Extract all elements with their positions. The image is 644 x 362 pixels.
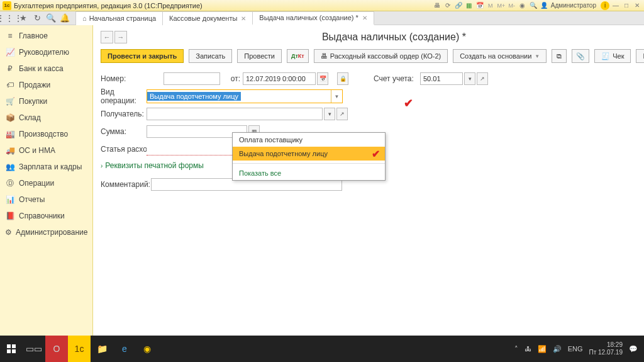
sidebar-item-reports[interactable]: 📊Отчеты <box>0 191 92 208</box>
tab-kassa-label: Кассовые документы <box>169 14 237 22</box>
check-button[interactable]: 🧾Чек <box>594 49 631 63</box>
post-close-button[interactable]: Провести и закрыть <box>101 49 184 63</box>
zoom-icon[interactable]: 🔍 <box>529 1 538 10</box>
save-button[interactable]: Записать <box>189 49 232 63</box>
receipt-icon: 🧾 <box>601 52 610 60</box>
recipient-input[interactable] <box>147 108 323 120</box>
taskbar: ▭▭ O 1c 📁 e ◉ ˄ 🖧 📶 🔊 ENG 18:29 Пт 12.07… <box>0 336 644 362</box>
tray-up-icon[interactable]: ˄ <box>514 345 518 353</box>
struct-button[interactable]: ⧉ <box>552 49 567 63</box>
sidebar-item-refs[interactable]: 📕Справочники <box>0 208 92 224</box>
sidebar-item-manager[interactable]: 📈Руководителю <box>0 44 92 60</box>
history-icon[interactable]: ↻ <box>30 13 44 24</box>
dropdown-button[interactable]: ▾ <box>324 108 335 120</box>
sidebar-item-main[interactable]: ≡Главное <box>0 28 92 44</box>
taskbar-app-opera[interactable]: O <box>45 336 68 362</box>
content-area: ← → Выдача наличных (создание) * ✕ Прове… <box>93 25 644 336</box>
book-icon: 📕 <box>5 211 15 221</box>
tab-start[interactable]: ⌂ Начальная страница <box>75 11 163 25</box>
favorite-icon[interactable]: ★ <box>16 13 30 24</box>
number-input[interactable] <box>164 72 220 85</box>
dropdown-show-all[interactable]: Показать все <box>233 166 385 180</box>
ops-icon: Ⓓ <box>5 178 15 188</box>
back-circle-icon[interactable]: ◉ <box>518 1 527 10</box>
dropdown-option[interactable]: Оплата поставщику <box>233 133 385 147</box>
dt-kt-button[interactable]: ДтКт <box>287 49 309 63</box>
tab-close-icon[interactable]: ✕ <box>241 15 246 22</box>
sidebar-item-os[interactable]: 🚚ОС и НМА <box>0 142 92 159</box>
chevron-down-icon[interactable]: ▼ <box>331 90 342 103</box>
lang-indicator[interactable]: ENG <box>568 345 583 353</box>
attach-button[interactable]: 📎 <box>572 49 589 63</box>
gear-icon: ⚙ <box>5 227 12 237</box>
rko-button[interactable]: 🖶Расходный кассовый ордер (КО-2) <box>314 49 448 63</box>
sidebar-item-ops[interactable]: ⒹОперации <box>0 175 92 191</box>
dropdown-button[interactable]: ▾ <box>464 72 475 85</box>
wifi-icon[interactable]: 📶 <box>538 345 547 353</box>
taskbar-app-1c[interactable]: 1c <box>68 336 91 362</box>
chart-icon: 📈 <box>5 47 15 57</box>
user-icon[interactable]: 👤 <box>540 1 548 10</box>
sidebar-item-bank[interactable]: ₽Банк и касса <box>0 60 92 77</box>
link-icon[interactable]: 🔗 <box>454 1 463 10</box>
sidebar-item-admin[interactable]: ⚙Администрирование <box>0 224 92 240</box>
print-icon[interactable]: 🖶 <box>433 1 441 10</box>
tab-vydacha-label: Выдача наличных (создание) * <box>259 14 358 21</box>
tab-close-icon[interactable]: ✕ <box>362 14 367 21</box>
sound-icon[interactable]: 🔊 <box>553 345 562 353</box>
calendar-button[interactable]: 📅 <box>317 72 328 85</box>
home-icon: ⌂ <box>82 14 87 22</box>
mminus-icon[interactable]: M- <box>508 1 516 10</box>
open-button[interactable]: ↗ <box>336 108 348 120</box>
dropdown-option-selected[interactable]: Выдача подотчетному лицу ✔ <box>233 147 385 161</box>
recipient-label: Получатель: <box>101 110 147 118</box>
start-button[interactable] <box>0 336 23 362</box>
date-input[interactable]: 12.07.2019 0:00:00 <box>243 72 316 85</box>
number-label: Номер: <box>101 74 164 83</box>
calendar-icon[interactable]: 📅 <box>475 1 484 10</box>
app-title: Бухгалтерия предприятия, редакция 3.0 (1… <box>14 2 203 9</box>
window-titlebar: 1c Бухгалтерия предприятия, редакция 3.0… <box>0 0 644 11</box>
taskbar-app-explorer[interactable]: 📁 <box>91 336 113 362</box>
optype-select[interactable]: Выдача подотчетному лицу ▼ <box>147 89 343 103</box>
account-input[interactable]: 50.01 <box>420 72 463 85</box>
separator <box>233 163 385 164</box>
user-label[interactable]: Администратор <box>551 2 596 9</box>
page-title: Выдача наличных (создание) * <box>103 31 644 43</box>
comment-label: Комментарий: <box>101 180 151 189</box>
m-icon[interactable]: M <box>486 1 495 10</box>
refresh-icon[interactable]: ⟳ <box>443 1 452 10</box>
apps-icon[interactable]: ⋮⋮⋮ <box>3 13 16 24</box>
maximize-icon[interactable]: □ <box>622 1 631 10</box>
notifications-icon[interactable]: 💬 <box>629 345 638 353</box>
more-button[interactable]: Еще▼ <box>636 49 644 63</box>
app-logo-icon: 1c <box>3 1 11 10</box>
sidebar-item-prod[interactable]: 🏭Производство <box>0 126 92 142</box>
taskview-button[interactable]: ▭▭ <box>23 336 45 362</box>
tab-kassa[interactable]: Кассовые документы ✕ <box>162 11 253 25</box>
svg-rect-2 <box>7 349 11 353</box>
mplus-icon[interactable]: M+ <box>497 1 506 10</box>
post-button[interactable]: Провести <box>237 49 282 63</box>
calc-icon[interactable]: ▦ <box>465 1 474 10</box>
taskbar-app-1c2[interactable]: ◉ <box>136 336 158 362</box>
network-icon[interactable]: 🖧 <box>525 345 531 353</box>
minimize-icon[interactable]: — <box>611 1 620 10</box>
tab-vydacha[interactable]: Выдача наличных (создание) * ✕ <box>252 11 374 25</box>
sidebar-item-stock[interactable]: 📦Склад <box>0 110 92 126</box>
taskbar-app-ie[interactable]: e <box>113 336 136 362</box>
clock[interactable]: 18:29 Пт 12.07.19 <box>589 341 623 356</box>
optype-dropdown: Оплата поставщику Выдача подотчетному ли… <box>232 132 386 181</box>
create-based-button[interactable]: Создать на основании▼ <box>453 49 547 63</box>
open-button[interactable]: ↗ <box>477 72 488 85</box>
search-icon[interactable]: 🔍 <box>44 13 58 24</box>
sidebar-item-sales[interactable]: 🏷Продажи <box>0 77 92 93</box>
optype-label: Вид операции: <box>101 88 147 105</box>
sidebar-item-buy[interactable]: 🛒Покупки <box>0 93 92 110</box>
info-icon[interactable]: i <box>601 1 609 10</box>
bell-icon[interactable]: 🔔 <box>58 13 72 24</box>
sidebar-item-salary[interactable]: 👥Зарплата и кадры <box>0 159 92 175</box>
close-icon[interactable]: ✕ <box>633 1 641 10</box>
lock-button[interactable]: 🔒 <box>337 72 348 85</box>
system-tray: ˄ 🖧 📶 🔊 ENG 18:29 Пт 12.07.19 💬 <box>508 341 644 356</box>
